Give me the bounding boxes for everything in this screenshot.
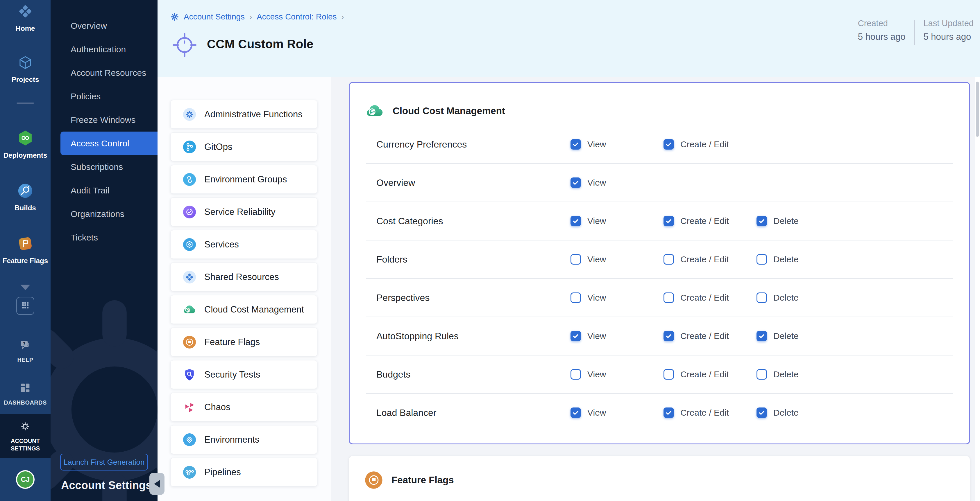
help-chat-icon: ? (19, 338, 32, 353)
rail-label: DASHBOARDS (4, 399, 46, 406)
sidebar-item-access-control[interactable]: Access Control (60, 132, 158, 155)
resource-group-environments[interactable]: Environments (170, 425, 317, 454)
checkbox-view-checked[interactable] (571, 139, 581, 149)
checkbox-view-unchecked[interactable] (571, 292, 581, 303)
rail-label: Projects (12, 76, 39, 84)
breadcrumb-gear-icon (170, 13, 179, 21)
sidebar-item-policies[interactable]: Policies (51, 84, 158, 108)
user-avatar[interactable]: CJ (16, 470, 35, 489)
sidebar-collapse-button[interactable] (150, 473, 164, 495)
resource-group-cloud-cost-management[interactable]: $ Cloud Cost Management (170, 295, 317, 324)
panel-title: Feature Flags (391, 474, 454, 486)
sidebar-item-freeze-windows[interactable]: Freeze Windows (51, 108, 158, 132)
checkbox-view-unchecked[interactable] (571, 254, 581, 265)
permission-row: Perspectives View Create / Edit Delete (366, 278, 953, 317)
checkbox-delete-checked[interactable] (757, 216, 767, 226)
permission-resource-label: Perspectives (376, 292, 430, 303)
permission-rows: Currency Preferences View Create / Edit … (366, 125, 953, 431)
module-picker-button[interactable] (16, 297, 34, 315)
permission-cell-view: View (571, 331, 606, 341)
service-reliability-icon (183, 205, 196, 219)
sidebar-item-authentication[interactable]: Authentication (51, 38, 158, 61)
rail-item-account-settings[interactable]: ACCOUNT SETTINGS (0, 414, 51, 458)
rail-item-home[interactable]: Home (0, 3, 51, 33)
checkbox-delete-unchecked[interactable] (757, 292, 767, 303)
checkbox-create-edit-unchecked[interactable] (663, 254, 674, 265)
permission-resource-label: Currency Preferences (376, 139, 467, 150)
checkbox-delete-unchecked[interactable] (757, 369, 767, 380)
created-value: 5 hours ago (858, 32, 905, 42)
resource-group-list: Administrative Functions GitOps Environm… (158, 77, 331, 501)
permission-resource-label: Cost Categories (376, 216, 443, 227)
collapse-left-arrow-icon (154, 480, 160, 488)
grid-icon (20, 300, 31, 312)
checkbox-view-checked[interactable] (571, 178, 581, 188)
resource-group-feature-flags[interactable]: Feature Flags (170, 328, 317, 356)
launch-first-generation-button[interactable]: Launch First Generation (60, 453, 148, 471)
last-updated-meta: Last Updated 5 hours ago (923, 19, 974, 45)
checkbox-delete-checked[interactable] (757, 331, 767, 341)
checkbox-view-unchecked[interactable] (571, 369, 581, 380)
scrollbar-track[interactable] (975, 77, 980, 501)
checkbox-view-checked[interactable] (571, 407, 581, 418)
sidebar-item-audit-trail[interactable]: Audit Trail (51, 179, 158, 202)
harness-logo-icon (17, 3, 34, 21)
rail-item-deployments[interactable]: Deployments (0, 129, 51, 159)
permission-row: Currency Preferences View Create / Edit (366, 125, 953, 163)
permission-row: Load Balancer View Create / Edit Delete (366, 393, 953, 431)
rail-label: Builds (14, 204, 36, 212)
checkbox-create-edit-checked[interactable] (663, 331, 674, 341)
checkbox-view-checked[interactable] (571, 331, 581, 341)
checkbox-create-edit-unchecked[interactable] (663, 369, 674, 380)
rail-item-builds[interactable]: Builds (0, 182, 51, 212)
projects-cube-icon (17, 55, 33, 72)
panel-header: $ Cloud Cost Management (350, 83, 969, 125)
resource-group-shared-resources[interactable]: Shared Resources (170, 263, 317, 291)
checkbox-create-edit-checked[interactable] (663, 407, 674, 418)
permission-resource-label: AutoStopping Rules (376, 331, 458, 342)
resource-group-service-reliability[interactable]: Service Reliability (170, 198, 317, 226)
rail-item-projects[interactable]: Projects (0, 55, 51, 84)
admin-functions-icon (183, 108, 196, 121)
breadcrumb-link-access-control-roles[interactable]: Access Control: Roles (257, 12, 337, 22)
sidebar-item-tickets[interactable]: Tickets (51, 226, 158, 249)
resource-group-chaos[interactable]: Chaos (170, 393, 317, 422)
permission-cell-view: View (571, 216, 606, 226)
scrollbar-thumb[interactable] (976, 82, 979, 137)
checkbox-view-checked[interactable] (571, 216, 581, 226)
last-updated-label: Last Updated (923, 19, 974, 28)
checkbox-delete-unchecked[interactable] (757, 254, 767, 265)
module-rail: Home Projects Deployments Builds Feature… (0, 0, 51, 501)
breadcrumb: Account Settings › Access Control: Roles… (170, 12, 344, 22)
resource-group-pipelines[interactable]: Pipelines (170, 458, 317, 487)
more-modules-chevron-icon[interactable] (20, 285, 30, 290)
rail-item-feature-flags[interactable]: Feature Flags (0, 235, 51, 265)
resource-group-security-tests[interactable]: Security Tests (170, 360, 317, 389)
breadcrumb-link-account-settings[interactable]: Account Settings (184, 12, 245, 22)
svg-text:$: $ (186, 308, 189, 312)
sidebar-module-title: Account Settings (61, 479, 152, 492)
pipelines-icon (183, 466, 196, 479)
rail-item-dashboards[interactable]: DASHBOARDS (0, 381, 51, 406)
resource-group-environment-groups[interactable]: Environment Groups (170, 165, 317, 194)
environments-icon (183, 433, 196, 446)
checkbox-create-edit-unchecked[interactable] (663, 292, 674, 303)
resource-group-services[interactable]: Services (170, 230, 317, 259)
checkbox-create-edit-checked[interactable] (663, 139, 674, 149)
sidebar-item-organizations[interactable]: Organizations (51, 202, 158, 226)
checkbox-delete-checked[interactable] (757, 407, 767, 418)
checkbox-create-edit-checked[interactable] (663, 216, 674, 226)
sidebar-item-overview[interactable]: Overview (51, 14, 158, 38)
rail-label: HELP (18, 356, 33, 364)
rail-item-help[interactable]: ? HELP (0, 338, 51, 364)
page-header: Account Settings › Access Control: Roles… (158, 0, 980, 77)
resource-group-gitops[interactable]: GitOps (170, 132, 317, 161)
sidebar-item-account-resources[interactable]: Account Resources (51, 61, 158, 84)
permission-resource-label: Folders (376, 254, 407, 265)
sidebar-item-subscriptions[interactable]: Subscriptions (51, 155, 158, 179)
dashboards-grid-icon (19, 381, 32, 396)
resource-group-administrative-functions[interactable]: Administrative Functions (170, 100, 317, 128)
permission-cell-view: View (571, 254, 606, 265)
permission-cell-delete: Delete (757, 216, 799, 226)
permission-cell-view: View (571, 139, 606, 149)
